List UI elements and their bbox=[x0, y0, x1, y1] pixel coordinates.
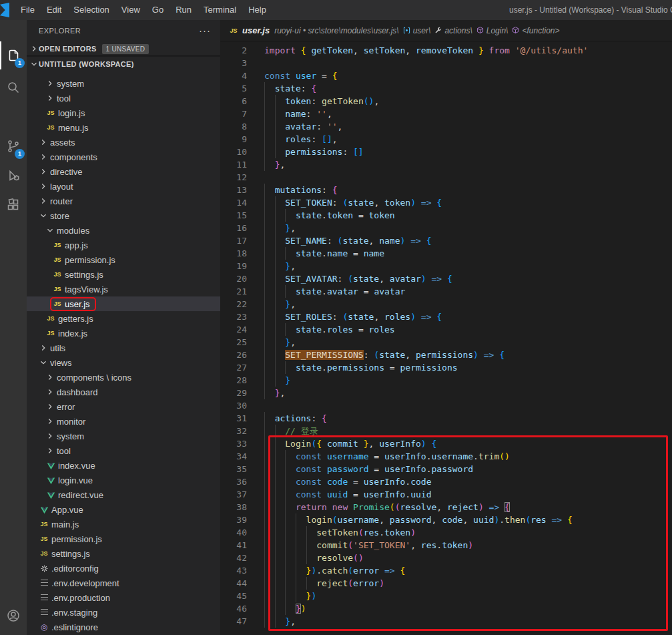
workspace-header[interactable]: UNTITLED (WORKSPACE) bbox=[27, 56, 220, 71]
code-line-38[interactable]: 38return new Promise((resolve, reject) =… bbox=[220, 501, 672, 513]
code-line-7[interactable]: 7name: '', bbox=[220, 108, 672, 120]
code-line-36[interactable]: 36const code = userInfo.code bbox=[220, 475, 672, 488]
tree-item-login.js[interactable]: JSlogin.js bbox=[27, 105, 220, 120]
code-line-41[interactable]: 41commit('SET_TOKEN', res.token) bbox=[220, 539, 672, 552]
tree-item-getters.js[interactable]: JSgetters.js bbox=[27, 311, 220, 326]
code-line-23[interactable]: 23SET_ROLES: (state, roles) => { bbox=[220, 310, 672, 323]
tree-item-system[interactable]: system bbox=[27, 429, 220, 443]
tree-item-index.js[interactable]: JSindex.js bbox=[27, 326, 220, 341]
code-area[interactable]: 2import { getToken, setToken, removeToke… bbox=[220, 44, 672, 635]
tree-item-tagsview.js[interactable]: JStagsView.js bbox=[27, 282, 220, 296]
tree-item-dashboard[interactable]: dashboard bbox=[27, 385, 220, 399]
run-debug-icon[interactable] bbox=[0, 162, 27, 190]
source-control-icon[interactable]: 1 bbox=[0, 132, 27, 160]
tree-item-error[interactable]: error bbox=[27, 399, 220, 414]
tree-item-monitor[interactable]: monitor bbox=[27, 414, 220, 429]
menu-edit[interactable]: Edit bbox=[41, 0, 67, 20]
code-line-44[interactable]: 44reject(error) bbox=[220, 577, 672, 590]
tree-item-modules[interactable]: modules bbox=[27, 223, 220, 238]
code-line-46[interactable]: 46}) bbox=[220, 602, 672, 615]
open-editors-header[interactable]: OPEN EDITORS 1 UNSAVED bbox=[27, 41, 220, 56]
tree-item-redirect.vue[interactable]: redirect.vue bbox=[27, 487, 220, 502]
code-line-45[interactable]: 45}) bbox=[220, 590, 672, 602]
code-line-32[interactable]: 32// 登录 bbox=[220, 425, 672, 437]
menu-go[interactable]: Go bbox=[146, 0, 170, 20]
code-line-19[interactable]: 19}, bbox=[220, 260, 672, 272]
tree-item-tool[interactable]: tool bbox=[27, 91, 220, 105]
search-icon[interactable] bbox=[0, 73, 27, 101]
tree-item-app.js[interactable]: JSapp.js bbox=[27, 238, 220, 252]
code-line-20[interactable]: 20SET_AVATAR: (state, avatar) => { bbox=[220, 272, 672, 285]
tree-item-.env.staging[interactable]: .env.staging bbox=[27, 605, 220, 620]
code-line-6[interactable]: 6token: getToken(), bbox=[220, 95, 672, 108]
breadcrumb-symbol-cube[interactable]: Login\ bbox=[476, 26, 509, 35]
tree-item-menu.js[interactable]: JSmenu.js bbox=[27, 120, 220, 135]
code-line-27[interactable]: 27state.permissions = permissions bbox=[220, 361, 672, 374]
tree-item-settings.js[interactable]: JSsettings.js bbox=[27, 546, 220, 561]
tree-item-layout[interactable]: layout bbox=[27, 179, 220, 194]
tree-item-components-icons[interactable]: components \ icons bbox=[27, 370, 220, 385]
tree-item-utils[interactable]: utils bbox=[27, 341, 220, 355]
menu-terminal[interactable]: Terminal bbox=[198, 0, 242, 20]
tree-item-user.js[interactable]: JSuser.js bbox=[27, 296, 220, 311]
menu-run[interactable]: Run bbox=[170, 0, 198, 20]
code-line-26[interactable]: 26SET_PERMISSIONS: (state, permissions) … bbox=[220, 349, 672, 361]
extensions-icon[interactable] bbox=[0, 191, 27, 219]
breadcrumb-symbol-wrench[interactable]: actions\ bbox=[434, 26, 472, 35]
menu-view[interactable]: View bbox=[115, 0, 146, 20]
breadcrumb-symbol-cube[interactable]: <function> bbox=[511, 26, 559, 35]
code-line-40[interactable]: 40setToken(res.token) bbox=[220, 526, 672, 539]
code-line-47[interactable]: 47}, bbox=[220, 615, 672, 628]
tree-item-tool[interactable]: tool bbox=[27, 443, 220, 458]
account-icon[interactable] bbox=[0, 602, 27, 630]
tree-item-permission.js[interactable]: JSpermission.js bbox=[27, 252, 220, 267]
code-line-15[interactable]: 15state.token = token bbox=[220, 209, 672, 222]
tree-item-settings.js[interactable]: JSsettings.js bbox=[27, 267, 220, 282]
code-line-29[interactable]: 29}, bbox=[220, 387, 672, 399]
breadcrumb-path[interactable]: ruoyi-ui • src\store\modules\user.js\ bbox=[274, 26, 398, 35]
code-line-25[interactable]: 25}, bbox=[220, 336, 672, 349]
breadcrumb-symbol-bracket-variable[interactable]: user\ bbox=[402, 26, 431, 35]
code-line-13[interactable]: 13mutations: { bbox=[220, 184, 672, 196]
tree-item-permission.js[interactable]: JSpermission.js bbox=[27, 532, 220, 546]
code-line-18[interactable]: 18state.name = name bbox=[220, 247, 672, 260]
code-line-12[interactable]: 12 bbox=[220, 171, 672, 184]
code-line-4[interactable]: 4const user = { bbox=[220, 69, 672, 82]
code-line-5[interactable]: 5state: { bbox=[220, 82, 672, 95]
tree-item-index.vue[interactable]: index.vue bbox=[27, 458, 220, 473]
code-line-28[interactable]: 28} bbox=[220, 374, 672, 387]
code-line-3[interactable]: 3 bbox=[220, 57, 672, 69]
tree-item-.env.development[interactable]: .env.development bbox=[27, 576, 220, 590]
tree-item-.editorconfig[interactable]: .editorconfig bbox=[27, 561, 220, 576]
code-line-24[interactable]: 24state.roles = roles bbox=[220, 323, 672, 336]
code-line-34[interactable]: 34const username = userInfo.username.tri… bbox=[220, 450, 672, 463]
code-line-11[interactable]: 11}, bbox=[220, 158, 672, 171]
code-line-42[interactable]: 42resolve() bbox=[220, 552, 672, 564]
tree-item-store[interactable]: store bbox=[27, 208, 220, 223]
editor-file-label[interactable]: user.js bbox=[242, 25, 270, 35]
tree-item-login.vue[interactable]: login.vue bbox=[27, 473, 220, 487]
tree-item-.env.production[interactable]: .env.production bbox=[27, 590, 220, 605]
code-line-8[interactable]: 8avatar: '', bbox=[220, 120, 672, 133]
code-line-14[interactable]: 14SET_TOKEN: (state, token) => { bbox=[220, 196, 672, 209]
code-line-30[interactable]: 30 bbox=[220, 399, 672, 412]
menu-file[interactable]: File bbox=[15, 0, 41, 20]
tree-item-router[interactable]: router bbox=[27, 194, 220, 208]
code-line-17[interactable]: 17SET_NAME: (state, name) => { bbox=[220, 234, 672, 247]
tree-item-app.vue[interactable]: App.vue bbox=[27, 502, 220, 517]
tree-item-views[interactable]: views bbox=[27, 355, 220, 370]
tree-item-system[interactable]: system bbox=[27, 76, 220, 91]
tree-item-components[interactable]: components bbox=[27, 150, 220, 164]
code-line-10[interactable]: 10permissions: [] bbox=[220, 146, 672, 158]
code-line-39[interactable]: 39login(username, password, code, uuid).… bbox=[220, 513, 672, 526]
more-actions-icon[interactable]: ··· bbox=[199, 20, 211, 41]
menu-selection[interactable]: Selection bbox=[67, 0, 115, 20]
code-line-16[interactable]: 16}, bbox=[220, 222, 672, 234]
tree-item-main.js[interactable]: JSmain.js bbox=[27, 517, 220, 532]
menu-help[interactable]: Help bbox=[242, 0, 272, 20]
code-line-9[interactable]: 9roles: [], bbox=[220, 133, 672, 146]
tree-item-.eslintignore[interactable]: ◎.eslintignore bbox=[27, 620, 220, 634]
code-line-35[interactable]: 35const password = userInfo.password bbox=[220, 463, 672, 475]
code-line-33[interactable]: 33Login({ commit }, userInfo) { bbox=[220, 437, 672, 450]
code-line-21[interactable]: 21state.avatar = avatar bbox=[220, 285, 672, 298]
